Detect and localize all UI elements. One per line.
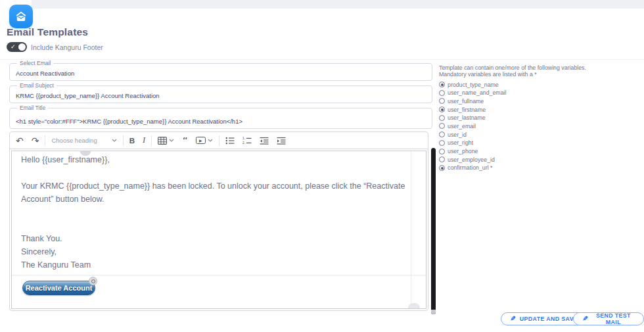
variable-label: user_id [448, 131, 467, 138]
svg-text:2.: 2. [242, 141, 245, 145]
chevron-down-icon [112, 139, 117, 142]
body-line: Hello {{user_firstname}}, [21, 153, 406, 166]
toolbar-separator [45, 135, 45, 146]
italic-icon[interactable]: I [143, 135, 145, 145]
block-quote-icon[interactable]: “ [182, 137, 188, 144]
numbered-list-icon[interactable]: 1. 2. [242, 137, 252, 145]
email-subject-label: Email Subject [17, 82, 57, 89]
insert-table-icon[interactable] [158, 137, 174, 145]
mail-module-button[interactable] [9, 5, 33, 28]
email-body-editor: ↶ ↷ Choose heading B I [9, 131, 428, 311]
heading-dropdown-label: Choose heading [51, 137, 97, 144]
update-and-save-label: UPDATE AND SAVE [520, 316, 578, 322]
variable-label: user_email [448, 123, 476, 130]
variable-radio[interactable] [439, 98, 445, 104]
play-icon: ▶ [196, 137, 206, 144]
pencil-icon: ✎ [510, 316, 516, 322]
variable-option[interactable]: user_name_and_email [439, 89, 636, 97]
chevron-down-icon [169, 139, 174, 142]
body-line: Your KRMC {{product_type_name}} has been… [21, 179, 406, 206]
content-width-guide [411, 151, 411, 308]
variable-label: product_type_name [448, 82, 499, 88]
body-blank-line [21, 166, 406, 179]
variable-option[interactable]: user_id [439, 130, 636, 139]
send-test-mail-button[interactable]: ✎ SEND TEST MAIL [573, 312, 644, 325]
variable-label: confirmation_url * [448, 164, 492, 171]
bold-icon[interactable]: B [129, 137, 135, 145]
email-subject-value: KRMC {{product_type_name}} Account React… [16, 92, 160, 99]
variable-radio[interactable] [439, 82, 445, 87]
variable-radio[interactable] [439, 123, 445, 129]
reactivate-account-label: Reactivate Account [26, 284, 93, 292]
select-email-value: Account Reactivation [16, 70, 74, 77]
variable-option[interactable]: confirmation_url * [439, 164, 636, 172]
variable-label: user_fullname [448, 98, 484, 105]
email-title-label: Email Title [17, 105, 48, 111]
variable-label: user_name_and_email [448, 89, 507, 96]
variable-radio[interactable] [439, 165, 445, 171]
variable-option[interactable]: product_type_name [439, 80, 636, 89]
send-test-mail-label: SEND TEST MAIL [592, 312, 635, 325]
section-divider [0, 59, 644, 60]
widget-badge-icon[interactable] [89, 277, 97, 285]
body-blank-line [21, 206, 406, 219]
variable-radio[interactable] [439, 149, 445, 154]
variable-option[interactable]: user_fullname [439, 97, 636, 106]
editor-toolbar: ↶ ↷ Choose heading B I [10, 132, 428, 149]
chevron-down-icon [208, 139, 213, 142]
variable-option[interactable]: user_phone [439, 147, 636, 156]
decrease-indent-icon[interactable] [260, 137, 269, 145]
select-email-label: Select Email [17, 60, 53, 66]
email-templates-page: Email Templates ✓ Include Kanguru Footer… [0, 0, 644, 332]
variable-option[interactable]: user_employee_id [439, 155, 636, 164]
variable-radio[interactable] [439, 156, 445, 162]
insert-media-icon[interactable]: ▶ [196, 137, 213, 144]
variable-label: user_lastname [448, 114, 486, 121]
top-strip [32, 0, 644, 9]
variable-label: user_employee_id [448, 156, 495, 163]
variable-radio[interactable] [439, 115, 445, 121]
variables-list: product_type_name user_name_and_email us… [439, 80, 636, 172]
toolbar-separator [151, 135, 152, 146]
variable-option[interactable]: user_firstname [439, 105, 636, 114]
variables-panel: Template can contain one/more of the fol… [439, 65, 636, 172]
editor-scrollbar[interactable] [431, 148, 436, 314]
include-footer-label: Include Kanguru Footer [31, 43, 103, 51]
include-footer-toggle[interactable]: ✓ [7, 42, 27, 52]
body-line: Thank You. [21, 232, 406, 245]
pencil-icon: ✎ [582, 316, 588, 322]
svg-text:1.: 1. [242, 137, 245, 140]
reactivate-account-button[interactable]: Reactivate Account [22, 281, 95, 295]
variable-label: user_right [448, 139, 473, 146]
editor-content-area[interactable]: Hello {{user_firstname}}, Your KRMC {{pr… [11, 151, 426, 309]
toolbar-separator [123, 135, 124, 146]
email-title-field[interactable]: Email Title <h1 style="color:#FFF">KRMC … [9, 108, 432, 129]
increase-indent-icon[interactable] [277, 137, 286, 145]
check-icon: ✓ [11, 43, 16, 51]
variable-radio[interactable] [439, 107, 445, 112]
variable-option[interactable]: user_lastname [439, 114, 636, 122]
email-subject-field[interactable]: Email Subject KRMC {{product_type_name}}… [9, 85, 432, 103]
variable-option[interactable]: user_right [439, 139, 636, 147]
heading-dropdown[interactable]: Choose heading [51, 137, 116, 144]
variable-label: user_firstname [448, 107, 486, 113]
variables-hint-line2: Mandatory variables are listed with a * [439, 72, 636, 78]
body-line: Sincerely, [21, 245, 406, 258]
variable-label: user_phone [448, 148, 478, 154]
page-title: Email Templates [7, 26, 88, 38]
variable-radio[interactable] [439, 131, 445, 137]
email-title-value: <h1 style="color:#FFF">KRMC {{product_ty… [16, 118, 242, 125]
variable-radio[interactable] [439, 90, 445, 96]
toolbar-separator [219, 135, 219, 146]
editor-resize-handle[interactable] [408, 303, 420, 308]
body-divider [12, 275, 426, 275]
undo-icon[interactable]: ↶ [16, 136, 24, 145]
redo-icon[interactable]: ↷ [32, 136, 39, 145]
email-body-text: Hello {{user_firstname}}, Your KRMC {{pr… [12, 151, 426, 272]
variable-radio[interactable] [439, 140, 445, 146]
bulleted-list-icon[interactable] [225, 137, 235, 145]
variable-option[interactable]: user_email [439, 122, 636, 131]
select-email-field[interactable]: Select Email Account Reactivation [9, 63, 432, 81]
body-line: The Kanguru Team [21, 258, 406, 272]
mail-open-icon [14, 10, 28, 23]
